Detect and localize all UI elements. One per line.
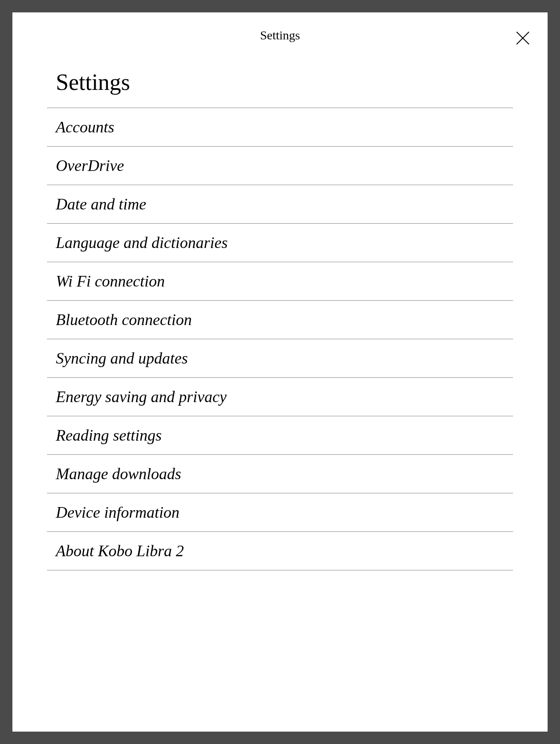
menu-item-syncing-and-updates[interactable]: Syncing and updates (47, 339, 513, 378)
menu-item-accounts[interactable]: Accounts (47, 108, 513, 147)
menu-item-label: About Kobo Libra 2 (56, 542, 184, 560)
menu-item-energy-saving-and-privacy[interactable]: Energy saving and privacy (47, 378, 513, 416)
settings-menu: Accounts OverDrive Date and time Languag… (47, 108, 513, 570)
menu-item-reading-settings[interactable]: Reading settings (47, 416, 513, 455)
menu-item-label: OverDrive (56, 157, 124, 174)
menu-item-label: Bluetooth connection (56, 311, 192, 329)
menu-item-label: Reading settings (56, 426, 162, 444)
close-icon (515, 30, 531, 46)
settings-screen: Settings Settings Accounts OverDrive Dat… (12, 12, 548, 732)
menu-item-bluetooth-connection[interactable]: Bluetooth connection (47, 301, 513, 339)
menu-item-date-and-time[interactable]: Date and time (47, 185, 513, 224)
menu-item-wifi-connection[interactable]: Wi Fi connection (47, 262, 513, 301)
menu-item-about-kobo-libra-2[interactable]: About Kobo Libra 2 (47, 532, 513, 570)
content: Settings Accounts OverDrive Date and tim… (12, 51, 548, 570)
menu-item-label: Wi Fi connection (56, 272, 165, 290)
menu-item-label: Date and time (56, 195, 146, 213)
menu-item-manage-downloads[interactable]: Manage downloads (47, 455, 513, 493)
menu-item-label: Manage downloads (56, 465, 181, 483)
menu-item-label: Accounts (56, 118, 114, 136)
header: Settings (12, 12, 548, 51)
menu-item-overdrive[interactable]: OverDrive (47, 147, 513, 185)
menu-item-label: Syncing and updates (56, 349, 188, 367)
menu-item-label: Language and dictionaries (56, 234, 228, 252)
menu-item-label: Device information (56, 504, 179, 521)
menu-item-label: Energy saving and privacy (56, 388, 227, 406)
close-button[interactable] (514, 29, 532, 47)
menu-item-device-information[interactable]: Device information (47, 493, 513, 532)
header-title: Settings (260, 28, 300, 42)
menu-item-language-and-dictionaries[interactable]: Language and dictionaries (47, 224, 513, 262)
page-title: Settings (47, 69, 513, 108)
